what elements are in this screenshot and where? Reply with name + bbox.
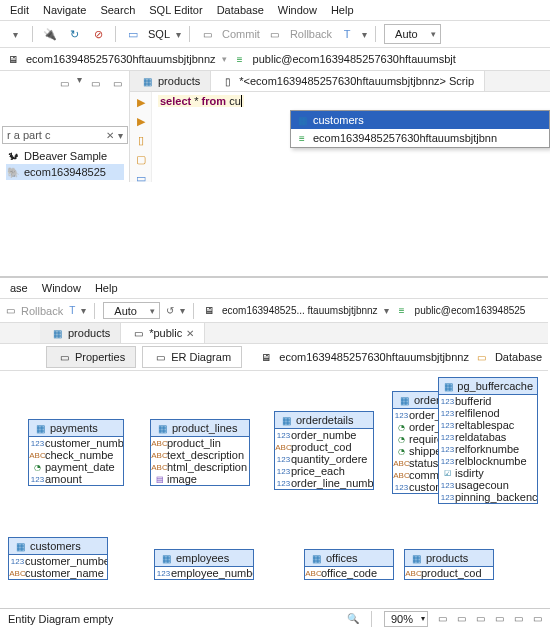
table-icon: ▦	[33, 421, 47, 435]
sql-editor[interactable]: select * from cu ▦ customers ≡ ecom16394…	[152, 92, 550, 182]
commit-icon[interactable]: ▭	[198, 25, 216, 43]
tool-icon[interactable]: ▢	[132, 153, 150, 166]
menu-sqleditor[interactable]: SQL Editor	[149, 4, 202, 16]
er-table-pg_buffercache[interactable]: ▦pg_buffercache123bufferid123relfilenod1…	[438, 377, 538, 504]
er-table-customers[interactable]: ▦customers123customer_numbeABCcustomer_n…	[8, 537, 108, 580]
auto-combo[interactable]: Auto	[103, 302, 160, 319]
autocomplete-popup: ▦ customers ≡ ecom1639485257630hftauumsb…	[290, 110, 550, 148]
subtab-erdiagram[interactable]: ▭ER Diagram	[142, 346, 242, 368]
db-icon: 🐘	[6, 165, 20, 179]
menu-item[interactable]: ase	[10, 282, 28, 294]
er-table-offices[interactable]: ▦officesABCoffice_code	[304, 549, 394, 580]
refresh-icon[interactable]: ↻	[65, 25, 83, 43]
subtab-properties[interactable]: ▭Properties	[46, 346, 136, 368]
er-column: 123relblocknumbe	[439, 455, 537, 467]
breadcrumb-conn[interactable]: public@ecom163948525	[415, 305, 526, 316]
tool-icon[interactable]: ▯	[132, 134, 150, 147]
tree-node[interactable]: 🐘 ecom163948525	[6, 164, 124, 180]
tool-icon[interactable]: ▭	[514, 613, 523, 624]
menu-search[interactable]: Search	[100, 4, 135, 16]
footer-db[interactable]: ecom1639485257630hftauumsbjtjbnnz	[279, 351, 469, 363]
search-icon[interactable]: 🔍	[347, 613, 359, 624]
breadcrumb-db[interactable]: ecom1639485257630hftauumsbjtjbnnz	[26, 53, 216, 65]
er-column: ABCtext_description	[151, 449, 249, 461]
close-icon[interactable]: ✕	[186, 328, 194, 339]
er-column: 123order_numbe	[275, 429, 373, 441]
sql-label[interactable]: SQL	[148, 28, 170, 40]
menu-item[interactable]: Window	[42, 282, 81, 294]
breadcrumb-db[interactable]: ecom163948525... ftauumsbjtjbnnz	[222, 305, 378, 316]
er-table-orderdetails[interactable]: ▦orderdetails123order_numbeABCproduct_co…	[274, 411, 374, 490]
tool-icon[interactable]: ▭	[108, 74, 126, 92]
tx-icon[interactable]: T	[338, 25, 356, 43]
tool-icon[interactable]: ▭	[495, 613, 504, 624]
er-column: ▤image	[151, 473, 249, 485]
zoom-combo[interactable]: 90%	[384, 611, 428, 627]
tab-products[interactable]: ▦products	[40, 323, 121, 343]
er-column: 123amount	[29, 473, 123, 485]
er-column: ABCproduct_cod	[275, 441, 373, 453]
er-column: ☑isdirty	[439, 467, 537, 479]
server-icon: 🖥	[259, 350, 273, 364]
auto-combo[interactable]: Auto	[384, 24, 441, 44]
tool-icon[interactable]: ▭	[476, 613, 485, 624]
tool-icon[interactable]: ▭	[86, 74, 104, 92]
tab-products[interactable]: ▦ products	[130, 71, 211, 91]
plug-icon[interactable]: 🔌	[41, 25, 59, 43]
menu-help[interactable]: Help	[331, 4, 354, 16]
stop-icon[interactable]: ⊘	[89, 25, 107, 43]
er-column: 123usagecoun	[439, 479, 537, 491]
er-column: 123order_line_numbe	[275, 477, 373, 489]
er-diagram-canvas[interactable]: ▦payments123customer_numbeABCcheck_numbe…	[0, 371, 548, 601]
rollback-icon[interactable]: ▭	[266, 25, 284, 43]
table-icon: ▦	[50, 326, 64, 340]
menu-navigate[interactable]: Navigate	[43, 4, 86, 16]
rollback-button[interactable]: Rollback	[290, 28, 332, 40]
er-column: ◔payment_date	[29, 461, 123, 473]
er-table-products[interactable]: ▦productsABCproduct_cod	[404, 549, 494, 580]
er-table-product_lines[interactable]: ▦product_linesABCproduct_linABCtext_desc…	[150, 419, 250, 486]
editor-gutter-toolbar: ▶ ▶ ▯ ▢ ▭	[130, 92, 152, 182]
er-table-employees[interactable]: ▦employees123employee_numbe	[154, 549, 254, 580]
run-icon[interactable]: ▶	[132, 96, 150, 109]
menu-edit[interactable]: Edit	[10, 4, 29, 16]
er-table-payments[interactable]: ▦payments123customer_numbeABCcheck_numbe…	[28, 419, 124, 486]
new-sql-icon[interactable]: ▭	[124, 25, 142, 43]
tab-script[interactable]: ▯ *<ecom1639485257630hftauumsbjtjbnnz> S…	[211, 71, 485, 91]
autocomplete-item[interactable]: ▦ customers	[291, 111, 549, 129]
footer-databases[interactable]: Database	[495, 351, 542, 363]
breadcrumb: 🖥 ecom1639485257630hftauumsbjtjbnnz ▾ ≡ …	[0, 48, 550, 71]
tab-public[interactable]: ▭*public ✕	[121, 323, 205, 343]
menu-window[interactable]: Window	[278, 4, 317, 16]
breadcrumb-conn[interactable]: public@ecom1639485257630hftauumsbjt	[253, 53, 456, 65]
menu-item[interactable]: Help	[95, 282, 118, 294]
database-icon: ≡	[295, 131, 309, 145]
database-icon: ≡	[233, 52, 247, 66]
commit-button[interactable]: Commit	[222, 28, 260, 40]
er-column: ABChtml_description	[151, 461, 249, 473]
nav-filter-input[interactable]: r a part c ✕ ▾	[2, 126, 128, 144]
rollback-button[interactable]: Rollback	[21, 305, 63, 317]
dropdown-icon[interactable]: ▾	[6, 25, 24, 43]
tool-icon[interactable]: ▭	[55, 74, 73, 92]
er-column: 123reltablespac	[439, 419, 537, 431]
tree-node[interactable]: 🐿 DBeaver Sample	[6, 148, 124, 164]
clear-icon[interactable]: ✕	[106, 130, 114, 141]
menu-database[interactable]: Database	[217, 4, 264, 16]
autocomplete-item[interactable]: ≡ ecom1639485257630hftauumsbjtjbnn	[291, 129, 549, 147]
rollback-icon[interactable]: ▭	[6, 305, 15, 316]
tool-icon[interactable]: ▭	[533, 613, 542, 624]
history-icon[interactable]: ↺	[166, 305, 174, 316]
tool-icon[interactable]: ▭	[132, 172, 150, 185]
tool-icon[interactable]: ▭	[438, 613, 447, 624]
tool-icon[interactable]: ▭	[457, 613, 466, 624]
tx-icon[interactable]: T	[69, 305, 75, 316]
run-plus-icon[interactable]: ▶	[132, 115, 150, 128]
panel2-menubar: ase Window Help	[0, 278, 548, 299]
db-navigator: r a part c ✕ ▾ 🐿 DBeaver Sample 🐘 ecom16…	[0, 124, 130, 182]
er-column: 123quantity_ordere	[275, 453, 373, 465]
er-column: ABCcustomer_name	[9, 567, 107, 579]
sql-dropdown-icon[interactable]: ▾	[176, 29, 181, 40]
er-column: ABCcheck_numbe	[29, 449, 123, 461]
table-icon: ▦	[13, 539, 27, 553]
